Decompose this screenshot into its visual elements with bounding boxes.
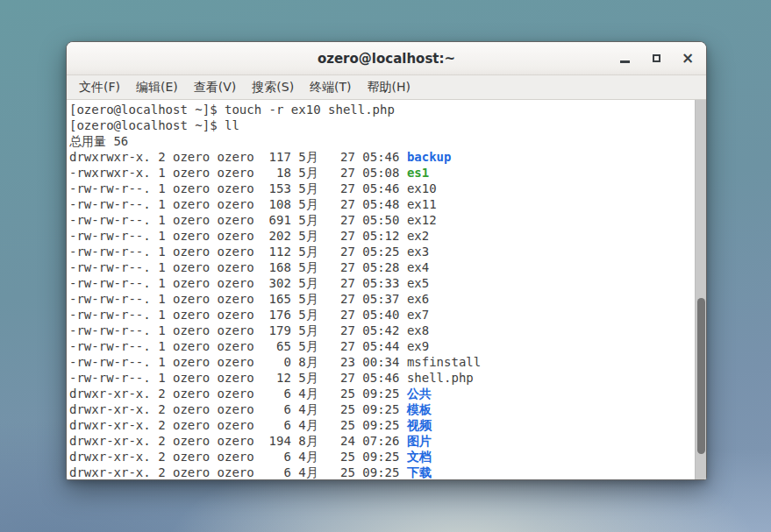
- file-meta: drwxr-xr-x. 2 ozero ozero 6 4月 25 09:25: [69, 450, 407, 464]
- filename: msfinstall: [407, 355, 481, 369]
- minimize-button[interactable]: [615, 49, 634, 68]
- minimize-icon: [620, 60, 630, 63]
- terminal-output: [ozero@localhost ~]$ touch -r ex10 shell…: [69, 102, 694, 479]
- menu-item-view[interactable]: 查看(V): [186, 77, 245, 98]
- filename: backup: [407, 150, 452, 164]
- file-meta: -rw-rw-r--. 1 ozero ozero 12 5月 27 05:46: [69, 371, 407, 385]
- terminal-line: -rw-rw-r--. 1 ozero ozero 202 5月 27 05:1…: [69, 228, 694, 244]
- file-meta: drwxr-xr-x. 2 ozero ozero 6 4月 25 09:25: [69, 387, 407, 401]
- maximize-button[interactable]: [646, 49, 666, 68]
- filename: ex8: [407, 323, 429, 337]
- file-meta: -rw-rw-r--. 1 ozero ozero 108 5月 27 05:4…: [69, 197, 407, 211]
- menu-item-file[interactable]: 文件(F): [71, 77, 128, 98]
- file-meta: drwxr-xr-x. 2 ozero ozero 194 8月 24 07:2…: [69, 434, 407, 448]
- filename: 下载: [407, 465, 432, 479]
- file-meta: drwxr-xr-x. 2 ozero ozero 6 4月 25 09:25: [69, 465, 407, 479]
- scrollbar-thumb[interactable]: [697, 298, 705, 454]
- filename: 图片: [407, 434, 432, 448]
- filename: ex5: [407, 276, 429, 290]
- terminal-line: drwxr-xr-x. 2 ozero ozero 6 4月 25 09:25 …: [69, 386, 694, 401]
- filename: shell.php: [407, 371, 474, 385]
- scrollbar[interactable]: [695, 100, 706, 479]
- close-button[interactable]: ×: [678, 49, 697, 68]
- terminal-line: [ozero@localhost ~]$ touch -r ex10 shell…: [69, 102, 694, 117]
- file-meta: drwxrwxr-x. 2 ozero ozero 117 5月 27 05:4…: [69, 150, 407, 164]
- terminal-line: -rw-rw-r--. 1 ozero ozero 153 5月 27 05:4…: [69, 181, 694, 196]
- filename: ex2: [407, 229, 429, 243]
- file-meta: -rw-rw-r--. 1 ozero ozero 179 5月 27 05:4…: [69, 323, 407, 337]
- menu-item-terminal[interactable]: 终端(T): [302, 77, 359, 98]
- terminal-line: -rw-rw-r--. 1 ozero ozero 168 5月 27 05:2…: [69, 259, 694, 275]
- filename: ex9: [407, 339, 429, 353]
- file-meta: -rw-rw-r--. 1 ozero ozero 0 8月 23 00:34: [69, 355, 407, 369]
- menu-item-search[interactable]: 搜索(S): [244, 77, 302, 98]
- terminal-line: -rw-rw-r--. 1 ozero ozero 691 5月 27 05:5…: [69, 212, 694, 228]
- terminal-line: drwxr-xr-x. 2 ozero ozero 6 4月 25 09:25 …: [69, 417, 694, 433]
- terminal-line: drwxr-xr-x. 2 ozero ozero 6 4月 25 09:25 …: [69, 449, 694, 465]
- file-meta: -rw-rw-r--. 1 ozero ozero 202 5月 27 05:1…: [69, 229, 407, 243]
- terminal-line: -rw-rw-r--. 1 ozero ozero 12 5月 27 05:46…: [69, 370, 694, 386]
- terminal-line: -rw-rw-r--. 1 ozero ozero 165 5月 27 05:3…: [69, 291, 694, 307]
- terminal-line: -rw-rw-r--. 1 ozero ozero 65 5月 27 05:44…: [69, 338, 694, 354]
- terminal-line: -rw-rw-r--. 1 ozero ozero 0 8月 23 00:34 …: [69, 354, 694, 370]
- filename: 公共: [407, 387, 432, 401]
- filename: ex4: [407, 260, 429, 274]
- prompt: [ozero@localhost ~]$: [69, 118, 225, 132]
- terminal-line: drwxr-xr-x. 2 ozero ozero 6 4月 25 09:25 …: [69, 465, 694, 479]
- filename: ex12: [407, 213, 437, 227]
- terminal-line: drwxrwxr-x. 2 ozero ozero 117 5月 27 05:4…: [69, 149, 694, 165]
- command: ll: [225, 118, 239, 132]
- terminal-line: -rwxrwxr-x. 1 ozero ozero 18 5月 27 05:08…: [69, 165, 694, 181]
- filename: 视频: [407, 418, 432, 432]
- menu-item-edit[interactable]: 编辑(E): [128, 77, 186, 98]
- file-meta: -rw-rw-r--. 1 ozero ozero 168 5月 27 05:2…: [69, 260, 407, 274]
- menu-item-help[interactable]: 帮助(H): [360, 77, 418, 98]
- terminal-line: [ozero@localhost ~]$ ll: [69, 117, 694, 133]
- filename: 文档: [407, 450, 432, 464]
- terminal-line: 总用量 56: [69, 133, 694, 149]
- close-icon: ×: [682, 51, 694, 66]
- file-meta: drwxr-xr-x. 2 ozero ozero 6 4月 25 09:25: [69, 418, 407, 432]
- terminal-line: -rw-rw-r--. 1 ozero ozero 108 5月 27 05:4…: [69, 196, 694, 212]
- maximize-icon: [653, 54, 660, 62]
- file-meta: drwxr-xr-x. 2 ozero ozero 6 4月 25 09:25: [69, 402, 407, 416]
- terminal-line: -rw-rw-r--. 1 ozero ozero 176 5月 27 05:4…: [69, 307, 694, 323]
- terminal-window: ozero@localhost:~ × 文件(F)编辑(E)查看(V)搜索(S)…: [66, 41, 707, 480]
- window-title: ozero@localhost:~: [67, 51, 706, 67]
- filename: ex3: [407, 245, 429, 259]
- filename: ex11: [407, 197, 437, 211]
- file-meta: -rwxrwxr-x. 1 ozero ozero 18 5月 27 05:08: [69, 166, 407, 180]
- file-meta: -rw-rw-r--. 1 ozero ozero 65 5月 27 05:44: [69, 339, 407, 353]
- titlebar[interactable]: ozero@localhost:~ ×: [67, 42, 706, 75]
- filename: es1: [407, 166, 429, 180]
- file-meta: -rw-rw-r--. 1 ozero ozero 153 5月 27 05:4…: [69, 181, 407, 195]
- file-meta: -rw-rw-r--. 1 ozero ozero 112 5月 27 05:2…: [69, 245, 407, 259]
- command: touch -r ex10 shell.php: [225, 103, 395, 117]
- filename: 模板: [407, 402, 432, 416]
- total-line: 总用量 56: [69, 134, 128, 148]
- filename: ex10: [407, 181, 437, 195]
- prompt: [ozero@localhost ~]$: [69, 103, 225, 117]
- terminal-viewport[interactable]: [ozero@localhost ~]$ touch -r ex10 shell…: [67, 100, 706, 479]
- file-meta: -rw-rw-r--. 1 ozero ozero 176 5月 27 05:4…: [69, 308, 407, 322]
- file-meta: -rw-rw-r--. 1 ozero ozero 691 5月 27 05:5…: [69, 213, 407, 227]
- terminal-line: drwxr-xr-x. 2 ozero ozero 194 8月 24 07:2…: [69, 433, 694, 449]
- menubar: 文件(F)编辑(E)查看(V)搜索(S)终端(T)帮助(H): [67, 75, 706, 100]
- terminal-line: -rw-rw-r--. 1 ozero ozero 179 5月 27 05:4…: [69, 323, 694, 338]
- filename: ex6: [407, 292, 429, 306]
- terminal-line: -rw-rw-r--. 1 ozero ozero 302 5月 27 05:3…: [69, 275, 694, 291]
- terminal-line: -rw-rw-r--. 1 ozero ozero 112 5月 27 05:2…: [69, 244, 694, 259]
- terminal-line: drwxr-xr-x. 2 ozero ozero 6 4月 25 09:25 …: [69, 401, 694, 417]
- filename: ex7: [407, 308, 429, 322]
- file-meta: -rw-rw-r--. 1 ozero ozero 302 5月 27 05:3…: [69, 276, 407, 290]
- window-controls: ×: [615, 42, 697, 74]
- file-meta: -rw-rw-r--. 1 ozero ozero 165 5月 27 05:3…: [69, 292, 407, 306]
